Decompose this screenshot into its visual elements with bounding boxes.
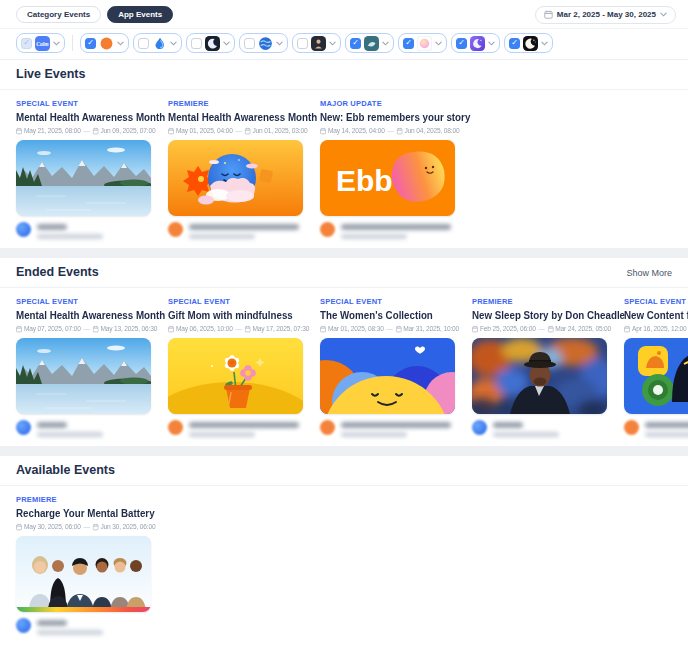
event-publisher	[320, 420, 455, 436]
calendar-icon	[92, 523, 98, 531]
event-dates: May 14, 2025, 04:00 — Jun 04, 2025, 08:0…	[320, 126, 439, 135]
date-range-separator: —	[387, 126, 393, 135]
event-card[interactable]: SPECIAL EVENT Mental Health Awareness Mo…	[16, 298, 151, 436]
app-checkbox[interactable]	[403, 38, 414, 49]
app-filter-chip-calm[interactable]: Calm	[16, 33, 65, 53]
publisher-redacted-text	[645, 420, 688, 437]
calendar-icon	[16, 325, 22, 333]
calendar-icon	[168, 127, 174, 135]
date-range-picker[interactable]: Mar 2, 2025 - May 30, 2025	[535, 6, 676, 24]
chevron-down-icon[interactable]	[541, 41, 548, 46]
chevron-down-icon[interactable]	[170, 41, 177, 46]
calendar-icon	[544, 10, 553, 19]
chevron-down-icon[interactable]	[223, 41, 230, 46]
app-checkbox[interactable]	[138, 38, 149, 49]
chevron-down-icon[interactable]	[329, 41, 336, 46]
event-card[interactable]: SPECIAL EVENT New Content f Apr 16, 2025…	[624, 298, 688, 436]
app-filter-chip-moon-dark[interactable]	[186, 33, 235, 53]
event-sections: Live Events SPECIAL EVENT Mental Health …	[0, 60, 688, 645]
publisher-redacted-text	[493, 420, 559, 437]
app-checkbox[interactable]	[297, 38, 308, 49]
event-title: Gift Mom with mindfulness	[168, 309, 294, 321]
event-thumbnail-ebb-blob[interactable]: Ebb	[320, 140, 455, 216]
section-header: Available Events	[0, 456, 688, 486]
app-checkbox[interactable]	[85, 38, 96, 49]
publisher-avatar	[168, 420, 183, 435]
chevron-down-icon[interactable]	[117, 41, 124, 46]
event-title: New: Ebb remembers your story	[320, 111, 446, 123]
app-checkbox[interactable]	[509, 38, 520, 49]
event-thumbnail-smiling-globe[interactable]	[168, 140, 303, 216]
event-start-date: May 07, 2025, 07:00	[24, 324, 81, 333]
calendar-icon	[547, 325, 553, 333]
event-card[interactable]: PREMIERE Recharge Your Mental Battery Ma…	[16, 496, 151, 634]
event-badge: MAJOR UPDATE	[320, 100, 455, 108]
app-checkbox[interactable]	[191, 38, 202, 49]
app-filter-chip-waterdrop[interactable]	[133, 33, 182, 53]
app-checkbox[interactable]	[21, 38, 32, 49]
headspace-app-icon	[99, 36, 114, 51]
chevron-down-icon[interactable]	[382, 41, 389, 46]
date-range-separator: —	[235, 324, 241, 333]
teal-square-app-icon	[364, 36, 379, 51]
app-filter-chip-globe[interactable]	[239, 33, 288, 53]
publisher-redacted-text	[189, 222, 299, 239]
event-card[interactable]: PREMIERE New Sleep Story by Don Cheadle …	[472, 298, 607, 436]
event-type-tab-app-events[interactable]: App Events	[107, 6, 173, 23]
events-dashboard: Category EventsApp Events Mar 2, 2025 - …	[0, 0, 688, 645]
show-more-button[interactable]: Show More	[626, 268, 672, 278]
section-header: Live Events	[0, 60, 688, 90]
date-range-separator: —	[83, 324, 89, 333]
app-filter-chip-portrait-dark[interactable]	[292, 33, 341, 53]
event-thumbnail-mountain-lake[interactable]	[16, 338, 151, 414]
event-badge: SPECIAL EVENT	[624, 298, 688, 306]
chevron-down-icon[interactable]	[53, 41, 60, 46]
chevron-down-icon[interactable]	[488, 41, 495, 46]
app-checkbox[interactable]	[244, 38, 255, 49]
event-thumbnail-smiley-sun-dome[interactable]	[320, 338, 455, 414]
event-card[interactable]: SPECIAL EVENT Mental Health Awareness Mo…	[16, 100, 151, 238]
app-filter-chip-purple-moon[interactable]	[451, 33, 500, 53]
event-end-date: Jun 09, 2025, 07:00	[100, 126, 155, 135]
app-checkbox[interactable]	[350, 38, 361, 49]
event-title: Mental Health Awareness Month	[16, 111, 142, 123]
event-card[interactable]: MAJOR UPDATE New: Ebb remembers your sto…	[320, 100, 455, 238]
app-filter-chip-teal-square[interactable]	[345, 33, 394, 53]
app-filter-chip-black-moon[interactable]	[504, 33, 553, 53]
publisher-redacted-text	[37, 420, 103, 437]
event-thumbnail-don-cheadle-portrait[interactable]	[472, 338, 607, 414]
calendar-icon	[624, 325, 630, 333]
app-filter-chip-headspace[interactable]	[80, 33, 129, 53]
event-start-date: Feb 25, 2025, 06:00	[480, 324, 536, 333]
event-thumbnail-app-icon-cluster[interactable]	[624, 338, 688, 414]
event-thumbnail-mountain-lake[interactable]	[16, 140, 151, 216]
event-publisher	[472, 420, 607, 436]
publisher-avatar	[320, 222, 335, 237]
event-start-date: Mar 01, 2025, 08:30	[328, 324, 384, 333]
publisher-avatar	[16, 222, 31, 237]
app-checkbox[interactable]	[456, 38, 467, 49]
event-type-tab-category-events[interactable]: Category Events	[16, 6, 101, 23]
publisher-avatar	[472, 420, 487, 435]
calendar-icon	[168, 325, 174, 333]
event-dates: May 01, 2025, 04:00 — Jun 01, 2025, 03:0…	[168, 126, 287, 135]
calendar-icon	[16, 127, 22, 135]
calendar-icon	[320, 325, 326, 333]
event-title: The Women's Collection	[320, 309, 446, 321]
app-filter-chip-gradient-blob[interactable]	[398, 33, 447, 53]
event-title: New Sleep Story by Don Cheadle	[472, 309, 598, 321]
events-section-ended: Ended Events Show More SPECIAL EVENT Men…	[0, 258, 688, 446]
event-end-date: Jun 04, 2025, 08:00	[404, 126, 459, 135]
publisher-redacted-text	[341, 222, 451, 239]
event-card[interactable]: SPECIAL EVENT Gift Mom with mindfulness …	[168, 298, 303, 436]
chevron-down-icon[interactable]	[435, 41, 442, 46]
calendar-icon	[92, 325, 98, 333]
event-card[interactable]: PREMIERE Mental Health Awareness Month M…	[168, 100, 303, 238]
event-title: Recharge Your Mental Battery	[16, 507, 142, 519]
chevron-down-icon[interactable]	[276, 41, 283, 46]
event-dates: May 30, 2025, 06:00 — Jun 30, 2025, 06:0…	[16, 522, 135, 531]
event-thumbnail-celebrity-group[interactable]	[16, 536, 151, 612]
event-card[interactable]: SPECIAL EVENT The Women's Collection Mar…	[320, 298, 455, 436]
event-thumbnail-potted-flowers[interactable]	[168, 338, 303, 414]
date-range-separator: —	[83, 522, 89, 531]
